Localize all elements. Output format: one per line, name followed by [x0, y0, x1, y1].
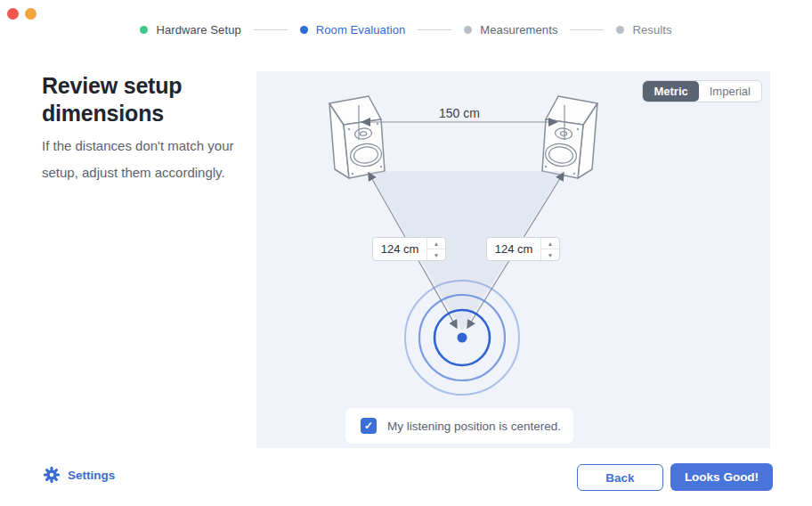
page-description: If the distances don't match your setup,… — [42, 133, 234, 186]
left-distance-input[interactable] — [373, 238, 426, 260]
step-connector — [570, 29, 604, 30]
checkmark-icon: ✓ — [364, 420, 373, 432]
left-distance-input-group: ▲ ▼ — [372, 237, 446, 261]
up-arrow-icon[interactable]: ▲ — [541, 238, 559, 249]
step-label: Results — [632, 23, 671, 37]
centered-checkbox-label: My listening position is centered. — [387, 420, 561, 433]
centered-checkbox[interactable]: ✓ — [361, 418, 377, 434]
step-dot-complete-icon — [140, 26, 148, 34]
step-label: Room Evaluation — [316, 23, 406, 37]
settings-button[interactable]: Settings — [43, 466, 115, 484]
step-hardware-setup: Hardware Setup — [140, 23, 240, 37]
app-window: Hardware Setup Room Evaluation Measureme… — [0, 0, 812, 506]
step-label: Hardware Setup — [156, 23, 240, 37]
up-arrow-icon[interactable]: ▲ — [427, 238, 445, 249]
left-distance-stepper: ▲ ▼ — [426, 238, 445, 260]
step-dot-active-icon — [300, 26, 308, 34]
right-distance-input[interactable] — [487, 238, 540, 260]
down-arrow-icon[interactable]: ▼ — [541, 249, 559, 260]
page-title: Review setup dimensions — [42, 72, 236, 127]
right-distance-input-group: ▲ ▼ — [486, 237, 560, 261]
back-button[interactable]: Back — [577, 464, 663, 491]
metric-toggle-button[interactable]: Metric — [643, 81, 698, 102]
unit-toggle: Metric Imperial — [642, 80, 762, 102]
step-connector — [418, 29, 451, 30]
looks-good-button[interactable]: Looks Good! — [670, 463, 773, 491]
window-controls — [7, 8, 37, 20]
wizard-stepper: Hardware Setup Room Evaluation Measureme… — [0, 23, 812, 37]
gear-icon — [43, 466, 61, 484]
imperial-toggle-button[interactable]: Imperial — [699, 81, 761, 102]
step-measurements: Measurements — [464, 23, 557, 37]
down-arrow-icon[interactable]: ▼ — [427, 249, 445, 260]
centered-position-card: ✓ My listening position is centered. — [345, 408, 573, 444]
step-room-evaluation: Room Evaluation — [300, 23, 406, 37]
right-distance-stepper: ▲ ▼ — [540, 238, 559, 260]
speaker-distance-value: 150 cm — [439, 106, 480, 120]
right-speaker-icon — [542, 96, 597, 178]
room-diagram-panel: 150 cm Metric Imperial ▲ ▼ — [256, 71, 770, 448]
minimize-button[interactable] — [25, 8, 37, 20]
step-dot-pending-icon — [616, 26, 624, 34]
step-results: Results — [616, 23, 671, 37]
settings-label: Settings — [68, 469, 115, 482]
left-speaker-icon — [329, 96, 385, 178]
close-button[interactable] — [7, 8, 19, 20]
step-dot-pending-icon — [464, 26, 472, 34]
step-connector — [254, 29, 288, 30]
step-label: Measurements — [480, 23, 557, 37]
